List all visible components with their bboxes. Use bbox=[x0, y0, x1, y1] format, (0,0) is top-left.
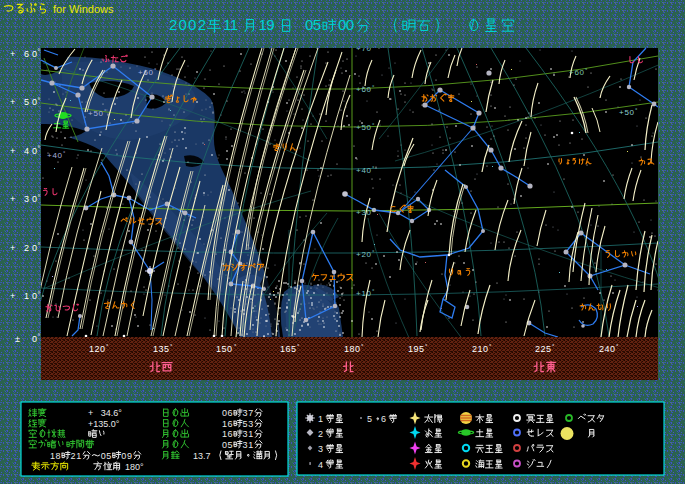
svg-text:240: 240 bbox=[599, 344, 615, 354]
svg-text:165: 165 bbox=[280, 344, 296, 354]
svg-text:5: 5 bbox=[367, 414, 372, 424]
svg-text:6: 6 bbox=[381, 414, 386, 424]
svg-text:+ 40: + 40 bbox=[10, 146, 37, 156]
svg-text:1: 1 bbox=[318, 414, 323, 424]
svg-text:180: 180 bbox=[344, 344, 360, 354]
svg-text:21: 21 bbox=[71, 451, 82, 461]
svg-text:210: 210 bbox=[472, 344, 488, 354]
svg-text:+30: +30 bbox=[356, 208, 372, 217]
svg-text:+ 34.6°: + 34.6° bbox=[88, 408, 122, 418]
svg-text:+ 60: + 60 bbox=[10, 49, 37, 59]
svg-text:06: 06 bbox=[222, 408, 233, 418]
svg-text:+135.0°: +135.0° bbox=[88, 419, 120, 429]
svg-text:+40: +40 bbox=[47, 151, 63, 160]
svg-text:16: 16 bbox=[222, 419, 233, 429]
svg-text:± 0: ± 0 bbox=[15, 334, 37, 344]
svg-text:150: 150 bbox=[216, 344, 232, 354]
svg-text:09: 09 bbox=[121, 451, 132, 461]
svg-text:05: 05 bbox=[222, 440, 233, 450]
svg-text:3: 3 bbox=[318, 444, 323, 454]
svg-text:19: 19 bbox=[259, 16, 275, 33]
svg-text:2: 2 bbox=[318, 429, 323, 439]
svg-text:+60: +60 bbox=[356, 85, 372, 94]
svg-text:+ 50: + 50 bbox=[10, 97, 37, 107]
svg-text:05: 05 bbox=[305, 16, 321, 33]
svg-text:37: 37 bbox=[243, 408, 254, 418]
svg-text:05: 05 bbox=[101, 451, 112, 461]
svg-text:for Windows: for Windows bbox=[53, 3, 114, 15]
svg-text:180°: 180° bbox=[125, 462, 144, 472]
svg-text:°: ° bbox=[38, 291, 41, 298]
svg-text:+40: +40 bbox=[356, 166, 372, 175]
svg-text:+10: +10 bbox=[356, 289, 372, 298]
svg-text:+20: +20 bbox=[356, 250, 372, 259]
svg-text:11: 11 bbox=[223, 16, 238, 33]
svg-text:°: ° bbox=[38, 333, 41, 340]
svg-text:°: ° bbox=[38, 48, 41, 55]
svg-text:195: 195 bbox=[408, 344, 424, 354]
svg-text:16: 16 bbox=[222, 429, 233, 439]
svg-text:00: 00 bbox=[338, 16, 354, 33]
svg-text:+ 20: + 20 bbox=[10, 243, 37, 253]
svg-text:120: 120 bbox=[89, 344, 105, 354]
svg-text:°: ° bbox=[38, 194, 41, 201]
svg-text:°: ° bbox=[38, 97, 41, 104]
svg-text:225: 225 bbox=[535, 344, 551, 354]
svg-text:4: 4 bbox=[318, 460, 323, 470]
svg-text:°: ° bbox=[38, 242, 41, 249]
svg-text:+50: +50 bbox=[356, 123, 372, 132]
svg-text:18: 18 bbox=[50, 451, 61, 461]
svg-text:31: 31 bbox=[243, 440, 254, 450]
svg-text:2002: 2002 bbox=[169, 16, 206, 33]
svg-text:53: 53 bbox=[243, 419, 254, 429]
svg-text:+60: +60 bbox=[569, 68, 585, 77]
svg-text:+50: +50 bbox=[619, 108, 635, 117]
svg-text:+60: +60 bbox=[138, 68, 154, 77]
svg-text:+ 30: + 30 bbox=[10, 194, 37, 204]
svg-text:13.7: 13.7 bbox=[193, 451, 211, 461]
svg-text:°: ° bbox=[38, 145, 41, 152]
svg-text:+ 10: + 10 bbox=[10, 291, 37, 301]
svg-text:135: 135 bbox=[153, 344, 169, 354]
svg-text:+50: +50 bbox=[88, 109, 104, 118]
svg-text:31: 31 bbox=[243, 429, 254, 439]
